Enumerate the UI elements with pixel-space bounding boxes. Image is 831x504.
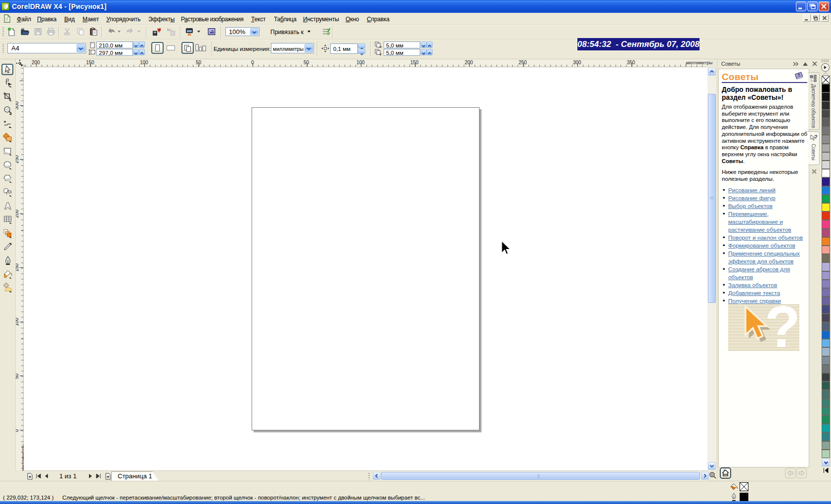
svg-text:?: ? xyxy=(765,304,799,351)
svg-text:?: ? xyxy=(814,134,818,140)
